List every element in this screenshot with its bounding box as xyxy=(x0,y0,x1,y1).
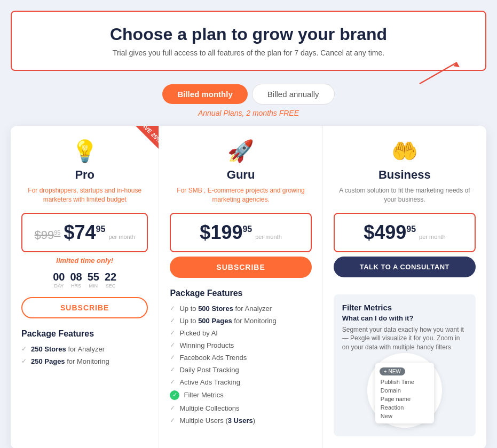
business-plan-description: A custom solution to fit the marketing n… xyxy=(334,186,476,204)
guru-feature-5: ✓ Facebook Ads Trends xyxy=(170,354,311,362)
business-per-month: per month xyxy=(419,233,446,241)
billing-annually-button[interactable]: Billed annually xyxy=(252,84,335,105)
business-price-box: $49995 per month xyxy=(334,213,476,252)
guru-feature-1: ✓ Up to 500 Stores for Analyzer xyxy=(170,305,311,313)
check-g-1: ✓ xyxy=(170,305,175,312)
svg-line-0 xyxy=(420,62,457,84)
countdown-hrs-label: HRS xyxy=(70,283,82,289)
check-g-5: ✓ xyxy=(170,354,175,361)
guru-features-title: Package Features xyxy=(170,289,311,298)
guru-price-box: $19995 per month xyxy=(170,213,311,252)
pro-plan-name: Pro xyxy=(21,168,148,182)
page-title: Choose a plan to grow your brand xyxy=(28,25,469,44)
countdown-hrs: 08 HRS xyxy=(70,271,82,289)
pro-per-month: per month xyxy=(108,233,135,241)
check-g-2: ✓ xyxy=(170,317,175,324)
business-icon: 🤲 xyxy=(334,139,476,164)
check-g-9: ✓ xyxy=(170,404,175,412)
dropdown-item-pagename[interactable]: Page name xyxy=(375,395,434,403)
business-plan: 🤲 Business A custom solution to fit the … xyxy=(323,126,486,448)
guru-feat-3-text: Picked by AI xyxy=(179,329,218,337)
guru-feat-7-text: Active Ads Tracking xyxy=(179,378,240,386)
dropdown-item-publish[interactable]: Publish Time xyxy=(375,378,434,386)
pro-icon: 💡 xyxy=(21,139,148,164)
plans-container: SAVE 25% 💡 Pro For dropshippers, startup… xyxy=(11,126,486,448)
pro-features-title: Package Features xyxy=(21,329,148,339)
guru-plan-description: For SMB , E-commerce projects and growin… xyxy=(170,186,311,204)
pro-feature-2-text: 250 Pages for Monitoring xyxy=(31,357,109,365)
check-icon-2: ✓ xyxy=(21,357,27,365)
guru-feature-10: ✓ Multiple Users (3 Users) xyxy=(170,417,311,425)
guru-feat-filter-text: Filter Metrics xyxy=(184,391,223,399)
check-g-6: ✓ xyxy=(170,366,175,373)
guru-price-sup: 95 xyxy=(242,225,252,234)
guru-subscribe-button[interactable]: SUBSCRIBE xyxy=(170,257,311,278)
guru-feature-filter: ✓ Filter Metrics xyxy=(170,390,311,400)
guru-feat-1-text: Up to 500 Stores for Analyzer xyxy=(179,305,272,313)
filter-metrics-title: Filter Metrics xyxy=(342,303,467,312)
check-icon-1: ✓ xyxy=(21,345,27,353)
filter-metrics-question: What can I do with it? xyxy=(342,314,467,322)
business-price-sup: 95 xyxy=(406,225,416,234)
pro-new-sup: 95 xyxy=(96,225,106,234)
header-box: Choose a plan to grow your brand Trial g… xyxy=(11,11,486,71)
guru-per-month: per month xyxy=(255,233,282,241)
dropdown-item-reaction[interactable]: Reaction xyxy=(375,403,434,412)
guru-feature-2: ✓ Up to 500 Pages for Monitoring xyxy=(170,317,311,325)
guru-plan-name: Guru xyxy=(170,168,311,182)
check-g-filter: ✓ xyxy=(170,390,179,400)
filter-metrics-visual: + NEW Publish Time Domain Page name Reac… xyxy=(342,358,467,428)
check-g-10: ✓ xyxy=(170,417,175,424)
business-plan-name: Business xyxy=(334,168,476,182)
countdown-min: 55 MIN xyxy=(88,271,99,289)
dropdown-item-domain[interactable]: Domain xyxy=(375,386,434,395)
pro-plan: SAVE 25% 💡 Pro For dropshippers, startup… xyxy=(11,126,159,448)
guru-feature-4: ✓ Winning Products xyxy=(170,341,311,349)
countdown-sec-label: SEC xyxy=(105,283,116,289)
red-arrow-icon xyxy=(417,60,465,86)
countdown-day-value: 00 xyxy=(53,271,65,283)
pro-price-new: $7495 xyxy=(64,221,106,244)
countdown-min-label: MIN xyxy=(88,283,99,289)
billing-monthly-button[interactable]: Billed monthly xyxy=(162,84,247,104)
countdown-sec-value: 22 xyxy=(105,271,116,283)
page-wrapper: Choose a plan to grow your brand Trial g… xyxy=(11,11,486,448)
guru-feat-2-text: Up to 500 Pages for Monitoring xyxy=(179,317,276,325)
check-g-7: ✓ xyxy=(170,378,175,386)
dropdown-menu: + NEW Publish Time Domain Page name Reac… xyxy=(375,363,434,423)
svg-marker-1 xyxy=(453,62,460,67)
filter-metrics-description: Segment your data exactly how you want i… xyxy=(342,325,467,352)
new-badge-label: + NEW xyxy=(380,367,405,375)
pro-feature-1: ✓ 250 Stores for Analyzer xyxy=(21,345,148,353)
guru-feat-10-text: Multiple Users (3 Users) xyxy=(179,417,255,425)
guru-price: $19995 xyxy=(200,221,252,244)
countdown-min-value: 55 xyxy=(88,271,99,283)
pro-price-box: $9995 $7495 per month xyxy=(21,213,148,252)
dropdown-item-new[interactable]: New xyxy=(375,412,434,420)
pro-subscribe-button[interactable]: SUBSCRIBE xyxy=(21,297,148,318)
pro-feature-2: ✓ 250 Pages for Monitoring xyxy=(21,357,148,365)
pro-feature-1-text: 250 Stores for Analyzer xyxy=(31,345,105,353)
guru-feat-9-text: Multiple Collections xyxy=(179,404,239,412)
guru-feat-5-text: Facebook Ads Trends xyxy=(179,354,247,362)
guru-feat-6-text: Daily Post Tracking xyxy=(179,366,239,374)
billing-toggle: Billed monthly Billed annually xyxy=(11,84,486,105)
guru-feature-7: ✓ Active Ads Tracking xyxy=(170,378,311,386)
guru-feature-9: ✓ Multiple Collections xyxy=(170,404,311,412)
guru-feature-3: ✓ Picked by AI xyxy=(170,329,311,337)
header-subtitle: Trial gives you full access to all featu… xyxy=(28,49,469,57)
guru-feat-4-text: Winning Products xyxy=(179,341,234,349)
countdown-hrs-value: 08 xyxy=(70,271,82,283)
consultant-button[interactable]: TALK TO A CONSULTANT xyxy=(334,257,476,277)
check-g-3: ✓ xyxy=(170,329,175,337)
countdown-day: 00 DAY xyxy=(53,271,65,289)
annual-note-area: Annual Plans, 2 months FREE xyxy=(11,109,486,117)
pro-limited-time: limited time only! xyxy=(21,257,148,265)
pro-price-old: $9995 xyxy=(35,228,61,242)
business-price: $49995 xyxy=(364,221,416,244)
check-g-4: ✓ xyxy=(170,341,175,349)
new-badge: + NEW xyxy=(380,366,430,375)
filter-metrics-box: Filter Metrics What can I do with it? Se… xyxy=(334,294,476,436)
annual-note: Annual Plans, 2 months FREE xyxy=(198,109,299,117)
guru-feature-6: ✓ Daily Post Tracking xyxy=(170,366,311,374)
